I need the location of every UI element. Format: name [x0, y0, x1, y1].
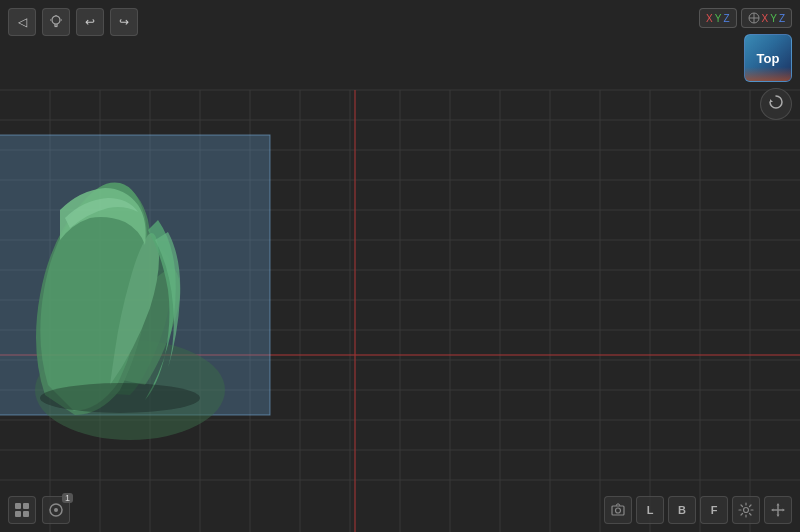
label-b: B — [678, 504, 686, 516]
svg-rect-45 — [15, 503, 21, 509]
svg-point-52 — [616, 508, 621, 513]
bottom-left-toolbar: 1 — [8, 496, 70, 524]
axis-x-label: X — [706, 13, 713, 24]
lamp-icon — [49, 14, 63, 31]
undo-button[interactable]: ↩ — [76, 8, 104, 36]
settings-icon — [738, 502, 754, 518]
label-f: F — [711, 504, 718, 516]
layer-badge: 1 — [62, 493, 73, 503]
axis-btn-local[interactable]: X Y Z — [699, 8, 736, 28]
move-icon — [770, 502, 786, 518]
svg-point-34 — [40, 383, 200, 413]
view-mode-icon — [14, 502, 30, 518]
move-button[interactable] — [764, 496, 792, 524]
svg-rect-47 — [15, 511, 21, 517]
back-button[interactable]: ◁ — [8, 8, 36, 36]
svg-rect-48 — [23, 511, 29, 517]
camera-icon — [610, 502, 626, 518]
svg-marker-44 — [770, 99, 773, 102]
axis-y-label: Y — [715, 13, 722, 24]
svg-point-50 — [54, 508, 58, 512]
svg-point-53 — [744, 508, 749, 513]
axis-z-label: Z — [723, 13, 729, 24]
undo-icon: ↩ — [85, 15, 95, 29]
svg-marker-56 — [777, 503, 780, 506]
axis-world-icon — [748, 12, 760, 24]
label-l-button[interactable]: L — [636, 496, 664, 524]
layer-icon — [48, 502, 64, 518]
camera-button[interactable] — [604, 496, 632, 524]
svg-marker-59 — [783, 509, 786, 512]
redo-icon: ↪ — [119, 15, 129, 29]
settings-button[interactable] — [732, 496, 760, 524]
redo-button[interactable]: ↪ — [110, 8, 138, 36]
svg-marker-57 — [777, 515, 780, 518]
axis-btn-world[interactable]: X Y Z — [741, 8, 792, 28]
layer-button[interactable]: 1 — [42, 496, 70, 524]
rotate-icon — [767, 93, 785, 115]
bottom-right-toolbar: L B F — [604, 496, 792, 524]
axis-buttons: X Y Z X Y Z — [699, 8, 792, 28]
rotate-button[interactable] — [760, 88, 792, 120]
label-f-button[interactable]: F — [700, 496, 728, 524]
view-cube[interactable]: Top — [744, 34, 792, 82]
view-cube-label: Top — [757, 51, 780, 66]
lamp-button[interactable] — [42, 8, 70, 36]
top-toolbar: ◁ ↩ ↪ — [8, 8, 138, 36]
view-mode-button[interactable] — [8, 496, 36, 524]
back-icon: ◁ — [18, 15, 27, 29]
label-b-button[interactable]: B — [668, 496, 696, 524]
svg-rect-51 — [612, 506, 624, 515]
svg-point-35 — [52, 16, 60, 24]
viewport: ◁ ↩ ↪ X — [0, 0, 800, 532]
top-right-controls: X Y Z X Y Z Top — [699, 8, 792, 120]
label-l: L — [647, 504, 654, 516]
svg-rect-46 — [23, 503, 29, 509]
svg-marker-58 — [771, 509, 774, 512]
main-canvas — [0, 0, 800, 532]
